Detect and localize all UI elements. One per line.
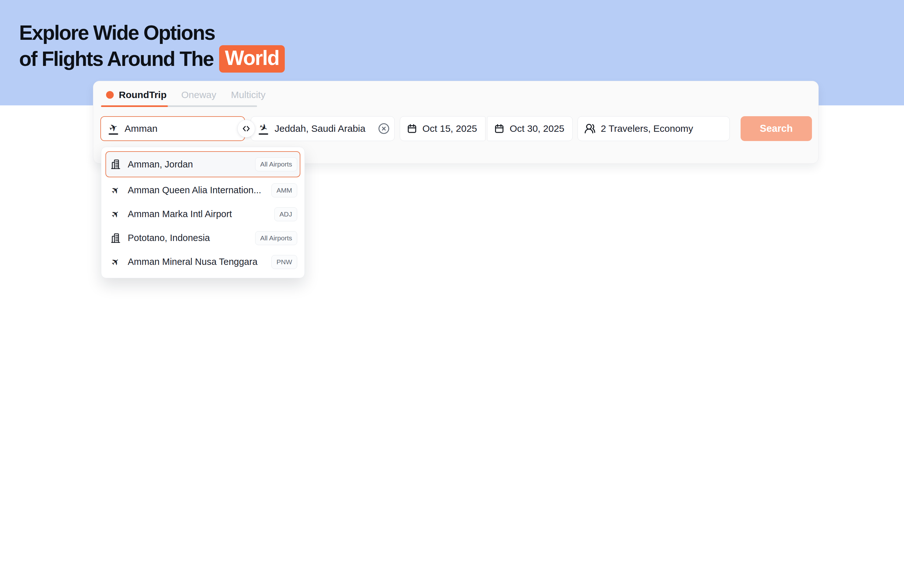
tab-underline-active — [101, 106, 168, 107]
travelers-field[interactable]: 2 Travelers, Economy — [577, 116, 730, 141]
depart-date-value: Oct 15, 2025 — [422, 123, 477, 134]
building-icon — [109, 159, 122, 170]
building-icon — [109, 232, 122, 244]
airport-suggestions-dropdown: Amman, Jordan All Airports ✈ Amman Queen… — [101, 147, 305, 278]
suggestion-row-pototano[interactable]: Pototano, Indonesia All Airports — [106, 226, 300, 250]
suggestion-badge: All Airports — [255, 231, 297, 245]
return-date-field[interactable]: Oct 30, 2025 — [487, 116, 573, 141]
origin-input[interactable] — [125, 123, 238, 134]
plane-icon: ✈ — [109, 210, 122, 219]
plane-takeoff-icon: ✈ — [107, 123, 119, 135]
active-tab-dot-icon — [106, 91, 114, 99]
title-line-2: of Flights Around The — [19, 46, 213, 71]
destination-value: Jeddah, Saudi Arabia — [275, 123, 365, 134]
tab-roundtrip[interactable]: RoundTrip — [106, 90, 167, 100]
plane-icon: ✈ — [109, 186, 122, 195]
title-highlight: World — [219, 45, 285, 73]
swap-airports-button[interactable] — [237, 120, 255, 137]
suggestion-name: Amman Queen Alia Internation... — [128, 185, 261, 195]
destination-field[interactable]: ✈ Jeddah, Saudi Arabia — [251, 116, 395, 141]
suggestion-name: Amman, Jordan — [128, 159, 193, 170]
suggestion-name: Amman Mineral Nusa Tenggara — [128, 257, 258, 267]
tab-oneway-label: Oneway — [181, 90, 216, 100]
origin-field[interactable]: ✈ — [100, 116, 245, 141]
return-date-value: Oct 30, 2025 — [510, 123, 564, 134]
calendar-icon — [406, 123, 417, 134]
tab-multicity[interactable]: Multicity — [231, 90, 266, 100]
suggestion-row-amman-jordan[interactable]: Amman, Jordan All Airports — [106, 151, 300, 177]
calendar-icon — [494, 123, 504, 134]
tab-oneway[interactable]: Oneway — [181, 90, 216, 100]
suggestion-badge: PNW — [272, 255, 297, 269]
page-title: Explore Wide Options of Flights Around T… — [19, 20, 285, 73]
travelers-value: 2 Travelers, Economy — [601, 123, 693, 134]
suggestion-row-amman-mineral[interactable]: ✈ Amman Mineral Nusa Tenggara PNW — [106, 250, 300, 274]
clear-destination-button[interactable] — [377, 122, 390, 135]
suggestion-badge: ADJ — [274, 207, 297, 221]
suggestion-name: Pototano, Indonesia — [128, 233, 210, 243]
plane-landing-icon: ✈ — [258, 123, 269, 135]
suggestion-row-queen-alia[interactable]: ✈ Amman Queen Alia Internation... AMM — [106, 178, 300, 202]
search-fields-row: ✈ ✈ Jeddah, Saudi Arabia — [93, 116, 818, 141]
suggestion-name: Amman Marka Intl Airport — [128, 209, 232, 219]
search-button[interactable]: Search — [741, 116, 812, 141]
plane-icon: ✈ — [109, 257, 122, 267]
tab-roundtrip-label: RoundTrip — [119, 90, 167, 100]
tab-underline-track — [101, 106, 257, 107]
depart-date-field[interactable]: Oct 15, 2025 — [400, 116, 485, 141]
suggestion-badge: All Airports — [255, 157, 297, 171]
swap-horizontal-icon — [242, 124, 251, 133]
trip-type-tabs: RoundTrip Oneway Multicity — [106, 90, 266, 100]
tab-multicity-label: Multicity — [231, 90, 266, 100]
suggestion-badge: AMM — [272, 183, 297, 197]
circle-x-icon — [378, 122, 390, 135]
title-line-1: Explore Wide Options — [19, 20, 285, 45]
users-icon — [584, 123, 596, 134]
suggestion-row-marka[interactable]: ✈ Amman Marka Intl Airport ADJ — [106, 202, 300, 226]
